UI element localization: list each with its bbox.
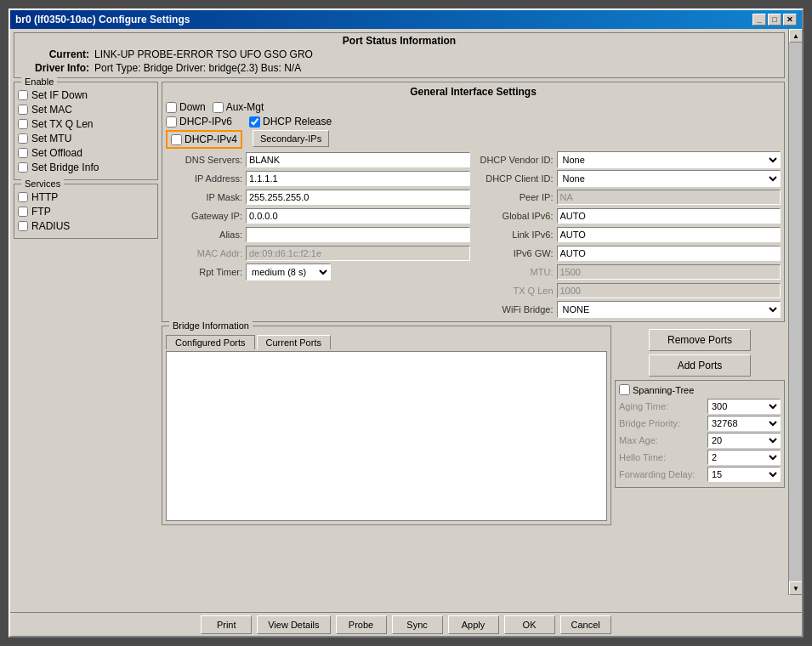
enable-group-title: Enable [21, 76, 57, 87]
spanning-tree-checkbox[interactable] [619, 384, 630, 395]
ip-address-row: IP Address: [166, 170, 470, 187]
left-panel: Enable Set IF Down Set MAC Set TX Q Len [14, 82, 158, 525]
print-button[interactable]: Print [201, 615, 252, 634]
scroll-up-button[interactable]: ▲ [789, 29, 802, 42]
global-ipv6-row: Global IPv6: [477, 207, 781, 224]
gateway-ip-input[interactable] [246, 208, 470, 224]
set-bridge-info-checkbox[interactable] [18, 162, 28, 173]
aux-mgt-checkbox[interactable] [213, 102, 224, 113]
global-ipv6-label: Global IPv6: [477, 211, 554, 221]
close-button[interactable]: ✕ [783, 14, 797, 26]
enable-set-mac[interactable]: Set MAC [18, 104, 154, 116]
apply-button[interactable]: Apply [448, 615, 499, 634]
set-mtu-checkbox[interactable] [18, 133, 28, 144]
tab-bar: Configured Ports Current Ports [166, 335, 607, 349]
secondary-ips-button[interactable]: Secondary-IPs [253, 130, 329, 147]
bridge-priority-select[interactable]: 32768 [707, 416, 781, 431]
right-col: DHCP Vendor ID: None DHCP Client ID: Non… [477, 151, 781, 318]
dhcp-ipv4-checkbox[interactable] [171, 134, 182, 145]
right-panel: General Interface Settings Down Aux-Mgt [162, 82, 785, 525]
enable-set-mtu[interactable]: Set MTU [18, 133, 154, 144]
spanning-tree-label: Spanning-Tree [633, 385, 694, 395]
http-checkbox[interactable] [18, 192, 28, 202]
forwarding-delay-select[interactable]: 15 [707, 467, 781, 482]
dhcp-ipv4-label: DHCP-IPv4 [185, 133, 237, 145]
service-radius[interactable]: RADIUS [18, 220, 154, 232]
tab-current-ports[interactable]: Current Ports [257, 335, 331, 349]
remove-ports-button[interactable]: Remove Ports [649, 329, 751, 351]
dhcp-ipv6-label: DHCP-IPv6 [179, 116, 232, 128]
link-ipv6-row: Link IPv6: [477, 226, 781, 243]
driver-label: Driver Info: [21, 62, 89, 74]
rpt-timer-select[interactable]: medium (8 s) [246, 264, 331, 280]
maximize-button[interactable]: □ [768, 14, 781, 26]
probe-button[interactable]: Probe [336, 615, 387, 634]
enable-set-if-down[interactable]: Set IF Down [18, 89, 154, 101]
driver-row: Driver Info: Port Type: Bridge Driver: b… [21, 62, 777, 74]
scroll-track[interactable] [789, 42, 802, 581]
service-http[interactable]: HTTP [18, 191, 154, 203]
forwarding-delay-row: Forwarding Delay: 15 [619, 467, 781, 482]
add-ports-button[interactable]: Add Ports [649, 354, 751, 377]
dhcp-client-select[interactable]: None [557, 170, 781, 187]
service-ftp[interactable]: FTP [18, 206, 154, 218]
enable-set-offload[interactable]: Set Offload [18, 147, 154, 159]
enable-set-bridge-info[interactable]: Set Bridge Info [18, 162, 154, 173]
down-checkbox[interactable] [166, 102, 177, 113]
content-area: Port Status Information Current: LINK-UP… [10, 29, 802, 612]
set-tx-q-len-checkbox[interactable] [18, 119, 28, 129]
wifi-bridge-select[interactable]: NONE [557, 301, 781, 318]
peer-ip-row: Peer IP: [477, 189, 781, 206]
dhcp-release-checkbox[interactable] [249, 116, 260, 128]
view-details-button[interactable]: View Details [257, 615, 330, 634]
dhcp-vendor-select[interactable]: None [557, 151, 781, 168]
max-age-select[interactable]: 20 [707, 433, 781, 448]
alias-input[interactable] [246, 227, 470, 242]
dns-servers-label: DNS Servers: [166, 155, 242, 165]
main-content: Port Status Information Current: LINK-UP… [10, 29, 802, 612]
wifi-bridge-label: WiFi Bridge: [477, 304, 554, 314]
set-mtu-label: Set MTU [31, 133, 71, 144]
cancel-button[interactable]: Cancel [560, 615, 611, 634]
link-ipv6-label: Link IPv6: [477, 230, 554, 240]
dhcp-ipv6-cell[interactable]: DHCP-IPv6 [166, 116, 232, 128]
hello-time-row: Hello Time: 2 [619, 450, 781, 465]
set-if-down-checkbox[interactable] [18, 90, 28, 100]
ftp-checkbox[interactable] [18, 207, 28, 217]
radius-checkbox[interactable] [18, 221, 28, 231]
sync-button[interactable]: Sync [392, 615, 443, 634]
ip-address-input[interactable] [246, 171, 470, 186]
dns-servers-input[interactable] [246, 152, 470, 167]
down-checkbox-cell[interactable]: Down [166, 101, 206, 113]
title-bar: br0 (lf0350-10ac) Configure Settings _ □… [10, 10, 802, 29]
link-ipv6-input[interactable] [557, 227, 781, 242]
ip-mask-input[interactable] [246, 190, 470, 205]
spanning-tree-checkbox-row[interactable]: Spanning-Tree [619, 384, 781, 395]
ok-button[interactable]: OK [504, 615, 555, 634]
minimize-button[interactable]: _ [752, 14, 766, 26]
scroll-down-button[interactable]: ▼ [789, 581, 802, 595]
set-mac-checkbox[interactable] [18, 105, 28, 115]
aux-mgt-checkbox-cell[interactable]: Aux-Mgt [213, 101, 264, 113]
bridge-priority-label: Bridge Priority: [619, 418, 704, 428]
dhcp-client-row: DHCP Client ID: None [477, 170, 781, 187]
right-bridge-controls: Remove Ports Add Ports Spanning-Tree Agi… [615, 326, 785, 525]
set-offload-checkbox[interactable] [18, 148, 28, 158]
hello-time-select[interactable]: 2 [707, 450, 781, 465]
spanning-tree-box: Spanning-Tree Aging Time: 300 Bridge P [615, 380, 785, 488]
ipv6-gw-input[interactable] [557, 246, 781, 261]
aging-time-select[interactable]: 300 [707, 399, 781, 414]
dhcp-ipv6-checkbox[interactable] [166, 116, 177, 128]
tab-configured-ports[interactable]: Configured Ports [166, 335, 255, 349]
mac-addr-label: MAC Addr: [166, 248, 242, 258]
enable-set-tx-q-len[interactable]: Set TX Q Len [18, 118, 154, 130]
dhcp-release-cell[interactable]: DHCP Release [249, 116, 332, 128]
general-interface-box: General Interface Settings Down Aux-Mgt [162, 82, 785, 322]
hello-time-label: Hello Time: [619, 452, 704, 462]
current-label: Current: [21, 48, 89, 60]
bottom-section: Bridge Information Configured Ports Curr… [162, 326, 785, 525]
set-offload-label: Set Offload [31, 147, 82, 159]
global-ipv6-input[interactable] [557, 208, 781, 224]
dhcp-ipv4-cell[interactable]: DHCP-IPv4 [166, 130, 242, 149]
max-age-row: Max Age: 20 [619, 433, 781, 448]
